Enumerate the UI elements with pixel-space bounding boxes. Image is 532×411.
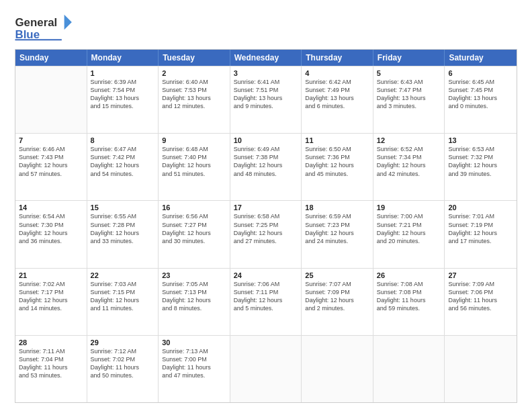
weekday-header-tuesday: Tuesday (159, 50, 230, 66)
calendar-cell-14: 14Sunrise: 6:54 AMSunset: 7:30 PMDayligh… (15, 201, 87, 267)
cell-info-line: Daylight: 13 hours (162, 94, 226, 102)
calendar-cell-20: 20Sunrise: 7:01 AMSunset: 7:19 PMDayligh… (445, 201, 517, 267)
cell-info-line: Sunset: 7:21 PM (377, 221, 441, 229)
cell-info-line: Sunrise: 7:11 AM (19, 347, 83, 355)
day-number: 5 (377, 69, 441, 77)
cell-info-line: and 0 minutes. (448, 102, 513, 110)
day-number: 3 (234, 69, 298, 77)
calendar-cell-24: 24Sunrise: 7:06 AMSunset: 7:11 PMDayligh… (230, 269, 302, 335)
calendar-row-2: 14Sunrise: 6:54 AMSunset: 7:30 PMDayligh… (15, 200, 517, 267)
cell-info-line: Sunrise: 6:40 AM (162, 78, 226, 86)
cell-info-line: Sunrise: 6:56 AM (162, 212, 226, 220)
cell-info-line: Sunrise: 7:00 AM (377, 212, 441, 220)
cell-info-line: Sunset: 7:19 PM (448, 221, 513, 229)
day-number: 26 (377, 271, 441, 279)
cell-info-line: Daylight: 11 hours (19, 363, 83, 371)
cell-info-line: and 24 minutes. (305, 237, 369, 245)
cell-info-line: Daylight: 12 hours (448, 161, 513, 169)
calendar-cell-23: 23Sunrise: 7:05 AMSunset: 7:13 PMDayligh… (159, 269, 230, 335)
calendar-cell-17: 17Sunrise: 6:58 AMSunset: 7:25 PMDayligh… (230, 201, 302, 267)
cell-info-line: Sunrise: 6:43 AM (377, 78, 441, 86)
cell-info-line: Sunset: 7:25 PM (234, 221, 298, 229)
cell-info-line: Daylight: 11 hours (91, 363, 155, 371)
calendar-cell-empty-4-5 (373, 336, 445, 402)
cell-info-line: Daylight: 12 hours (91, 296, 155, 304)
cell-info-line: Sunrise: 7:12 AM (91, 347, 155, 355)
cell-info-line: Sunrise: 6:52 AM (377, 145, 441, 153)
svg-text:General: General (15, 16, 57, 29)
calendar-row-1: 7Sunrise: 6:46 AMSunset: 7:43 PMDaylight… (15, 133, 517, 200)
logo: General Blue (15, 12, 75, 42)
cell-info-line: Sunset: 7:54 PM (91, 86, 155, 94)
day-number: 28 (19, 338, 83, 347)
calendar-cell-27: 27Sunrise: 7:09 AMSunset: 7:06 PMDayligh… (445, 269, 517, 335)
calendar-cell-7: 7Sunrise: 6:46 AMSunset: 7:43 PMDaylight… (15, 134, 87, 200)
cell-info-line: Sunrise: 7:03 AM (91, 280, 155, 288)
calendar-cell-30: 30Sunrise: 7:13 AMSunset: 7:00 PMDayligh… (159, 336, 230, 402)
cell-info-line: Sunset: 7:11 PM (234, 288, 298, 296)
day-number: 7 (19, 136, 83, 144)
cell-info-line: Sunset: 7:04 PM (19, 355, 83, 363)
day-number: 14 (19, 203, 83, 212)
cell-info-line: Sunset: 7:28 PM (91, 221, 155, 229)
day-number: 6 (448, 69, 513, 77)
day-number: 11 (305, 136, 369, 144)
calendar-cell-empty-4-4 (302, 336, 373, 402)
cell-info-line: and 51 minutes. (162, 170, 226, 178)
cell-info-line: Sunrise: 6:41 AM (234, 78, 298, 86)
weekday-header-monday: Monday (87, 50, 159, 66)
cell-info-line: Daylight: 12 hours (162, 229, 226, 237)
cell-info-line: Daylight: 12 hours (19, 161, 83, 169)
cell-info-line: Daylight: 12 hours (377, 161, 441, 169)
cell-info-line: and 2 minutes. (305, 304, 369, 312)
cell-info-line: Sunrise: 6:54 AM (19, 212, 83, 220)
weekday-header-thursday: Thursday (302, 50, 373, 66)
cell-info-line: and 50 minutes. (91, 371, 155, 379)
calendar-cell-28: 28Sunrise: 7:11 AMSunset: 7:04 PMDayligh… (15, 336, 87, 402)
calendar-cell-10: 10Sunrise: 6:49 AMSunset: 7:38 PMDayligh… (230, 134, 302, 200)
cell-info-line: Sunrise: 6:47 AM (91, 145, 155, 153)
cell-info-line: Sunset: 7:27 PM (162, 221, 226, 229)
calendar-body: 1Sunrise: 6:39 AMSunset: 7:54 PMDaylight… (15, 66, 517, 402)
svg-marker-1 (64, 15, 72, 30)
day-number: 30 (162, 338, 226, 347)
calendar-cell-18: 18Sunrise: 6:59 AMSunset: 7:23 PMDayligh… (302, 201, 373, 267)
calendar-cell-8: 8Sunrise: 6:47 AMSunset: 7:42 PMDaylight… (87, 134, 159, 200)
calendar-row-4: 28Sunrise: 7:11 AMSunset: 7:04 PMDayligh… (15, 335, 517, 402)
calendar-cell-2: 2Sunrise: 6:40 AMSunset: 7:53 PMDaylight… (159, 66, 230, 133)
calendar-cell-empty-4-3 (230, 336, 302, 402)
cell-info-line: Sunrise: 6:49 AM (234, 145, 298, 153)
cell-info-line: and 30 minutes. (162, 237, 226, 245)
cell-info-line: and 54 minutes. (91, 170, 155, 178)
cell-info-line: Sunset: 7:02 PM (91, 355, 155, 363)
day-number: 20 (448, 203, 513, 212)
cell-info-line: Daylight: 11 hours (162, 363, 226, 371)
weekday-header-wednesday: Wednesday (230, 50, 302, 66)
cell-info-line: and 3 minutes. (377, 102, 441, 110)
cell-info-line: and 36 minutes. (19, 237, 83, 245)
cell-info-line: Sunrise: 6:39 AM (91, 78, 155, 86)
calendar-cell-26: 26Sunrise: 7:08 AMSunset: 7:08 PMDayligh… (373, 269, 445, 335)
calendar-cell-3: 3Sunrise: 6:41 AMSunset: 7:51 PMDaylight… (230, 66, 302, 133)
calendar-cell-25: 25Sunrise: 7:07 AMSunset: 7:09 PMDayligh… (302, 269, 373, 335)
cell-info-line: Sunset: 7:53 PM (162, 86, 226, 94)
cell-info-line: Daylight: 12 hours (162, 161, 226, 169)
cell-info-line: Sunset: 7:08 PM (377, 288, 441, 296)
cell-info-line: and 45 minutes. (305, 170, 369, 178)
cell-info-line: Sunset: 7:38 PM (234, 153, 298, 161)
cell-info-line: Daylight: 12 hours (305, 296, 369, 304)
cell-info-line: and 15 minutes. (91, 102, 155, 110)
day-number: 27 (448, 271, 513, 279)
cell-info-line: and 14 minutes. (19, 304, 83, 312)
day-number: 12 (377, 136, 441, 144)
day-number: 19 (377, 203, 441, 212)
cell-info-line: Sunset: 7:13 PM (162, 288, 226, 296)
day-number: 2 (162, 69, 226, 77)
day-number: 15 (91, 203, 155, 212)
calendar-cell-empty-4-6 (445, 336, 517, 402)
day-number: 29 (91, 338, 155, 347)
cell-info-line: and 17 minutes. (448, 237, 513, 245)
calendar-cell-4: 4Sunrise: 6:42 AMSunset: 7:49 PMDaylight… (302, 66, 373, 133)
calendar-cell-19: 19Sunrise: 7:00 AMSunset: 7:21 PMDayligh… (373, 201, 445, 267)
day-number: 18 (305, 203, 369, 212)
